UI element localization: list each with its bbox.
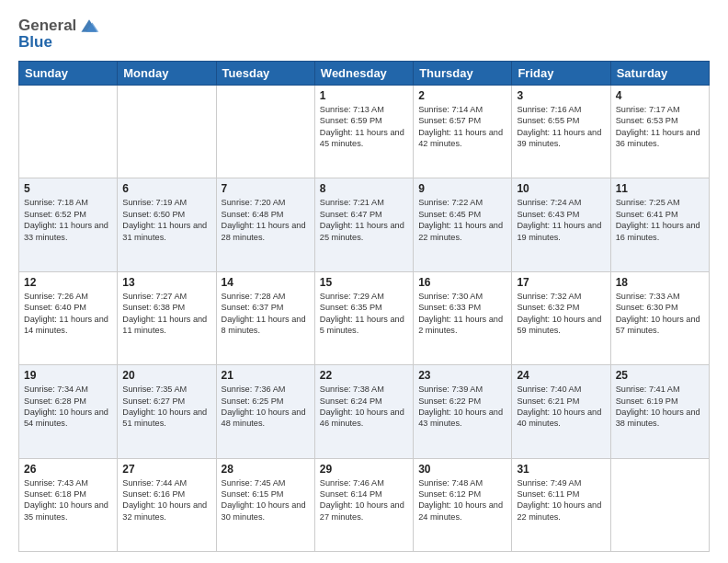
day-number: 3	[517, 89, 605, 102]
day-header-saturday: Saturday	[610, 62, 709, 86]
day-info: Sunrise: 7:41 AM Sunset: 6:19 PM Dayligh…	[616, 384, 704, 430]
day-header-thursday: Thursday	[414, 62, 512, 86]
day-info: Sunrise: 7:49 AM Sunset: 6:11 PM Dayligh…	[517, 477, 605, 523]
calendar-cell: 23Sunrise: 7:39 AM Sunset: 6:22 PM Dayli…	[414, 365, 512, 458]
day-info: Sunrise: 7:28 AM Sunset: 6:37 PM Dayligh…	[222, 291, 310, 337]
calendar-table: SundayMondayTuesdayWednesdayThursdayFrid…	[18, 61, 710, 552]
day-info: Sunrise: 7:29 AM Sunset: 6:35 PM Dayligh…	[320, 291, 408, 337]
calendar-cell: 6Sunrise: 7:19 AM Sunset: 6:50 PM Daylig…	[118, 178, 216, 271]
day-number: 22	[320, 369, 408, 382]
day-info: Sunrise: 7:35 AM Sunset: 6:27 PM Dayligh…	[122, 384, 210, 430]
calendar-cell: 12Sunrise: 7:26 AM Sunset: 6:40 PM Dayli…	[19, 271, 118, 364]
calendar-cell: 27Sunrise: 7:44 AM Sunset: 6:16 PM Dayli…	[118, 458, 216, 551]
day-info: Sunrise: 7:21 AM Sunset: 6:47 PM Dayligh…	[320, 197, 408, 243]
day-number: 8	[320, 182, 408, 195]
logo-icon	[78, 15, 100, 37]
day-number: 14	[222, 276, 310, 289]
calendar-cell: 18Sunrise: 7:33 AM Sunset: 6:30 PM Dayli…	[610, 271, 709, 364]
day-info: Sunrise: 7:48 AM Sunset: 6:12 PM Dayligh…	[418, 477, 506, 523]
calendar-cell: 5Sunrise: 7:18 AM Sunset: 6:52 PM Daylig…	[19, 178, 118, 271]
calendar-cell: 26Sunrise: 7:43 AM Sunset: 6:18 PM Dayli…	[19, 458, 118, 551]
day-header-friday: Friday	[512, 62, 610, 86]
day-header-monday: Monday	[118, 62, 216, 86]
day-info: Sunrise: 7:13 AM Sunset: 6:59 PM Dayligh…	[320, 104, 408, 150]
day-header-sunday: Sunday	[19, 62, 118, 86]
calendar-week-3: 12Sunrise: 7:26 AM Sunset: 6:40 PM Dayli…	[19, 271, 710, 364]
day-info: Sunrise: 7:38 AM Sunset: 6:24 PM Dayligh…	[320, 384, 408, 430]
day-number: 13	[122, 276, 210, 289]
calendar-cell: 22Sunrise: 7:38 AM Sunset: 6:24 PM Dayli…	[314, 365, 413, 458]
day-number: 1	[320, 89, 408, 102]
day-info: Sunrise: 7:24 AM Sunset: 6:43 PM Dayligh…	[517, 197, 605, 243]
calendar-cell: 11Sunrise: 7:25 AM Sunset: 6:41 PM Dayli…	[610, 178, 709, 271]
day-number: 17	[517, 276, 605, 289]
day-number: 28	[222, 463, 310, 476]
calendar-cell: 9Sunrise: 7:22 AM Sunset: 6:45 PM Daylig…	[414, 178, 512, 271]
calendar-cell	[610, 458, 709, 551]
calendar-cell: 15Sunrise: 7:29 AM Sunset: 6:35 PM Dayli…	[314, 271, 413, 364]
calendar-cell: 20Sunrise: 7:35 AM Sunset: 6:27 PM Dayli…	[118, 365, 216, 458]
day-info: Sunrise: 7:45 AM Sunset: 6:15 PM Dayligh…	[222, 477, 310, 523]
calendar-cell: 24Sunrise: 7:40 AM Sunset: 6:21 PM Dayli…	[512, 365, 610, 458]
day-number: 31	[517, 463, 605, 476]
day-number: 5	[24, 182, 112, 195]
calendar-cell: 14Sunrise: 7:28 AM Sunset: 6:37 PM Dayli…	[216, 271, 314, 364]
day-number: 4	[616, 89, 704, 102]
calendar-cell: 13Sunrise: 7:27 AM Sunset: 6:38 PM Dayli…	[118, 271, 216, 364]
day-header-tuesday: Tuesday	[216, 62, 314, 86]
day-number: 19	[24, 369, 112, 382]
calendar-cell: 17Sunrise: 7:32 AM Sunset: 6:32 PM Dayli…	[512, 271, 610, 364]
day-number: 7	[222, 182, 310, 195]
page: General Blue SundayMondayTuesdayWednesda…	[0, 0, 728, 563]
calendar-cell: 3Sunrise: 7:16 AM Sunset: 6:55 PM Daylig…	[512, 86, 610, 178]
day-info: Sunrise: 7:46 AM Sunset: 6:14 PM Dayligh…	[320, 477, 408, 523]
day-number: 6	[122, 182, 210, 195]
day-info: Sunrise: 7:20 AM Sunset: 6:48 PM Dayligh…	[222, 197, 310, 243]
day-number: 18	[616, 276, 704, 289]
calendar-week-5: 26Sunrise: 7:43 AM Sunset: 6:18 PM Dayli…	[19, 458, 710, 551]
day-info: Sunrise: 7:33 AM Sunset: 6:30 PM Dayligh…	[616, 291, 704, 337]
calendar-header-row: SundayMondayTuesdayWednesdayThursdayFrid…	[19, 62, 710, 86]
calendar-cell: 10Sunrise: 7:24 AM Sunset: 6:43 PM Dayli…	[512, 178, 610, 271]
calendar-week-1: 1Sunrise: 7:13 AM Sunset: 6:59 PM Daylig…	[19, 86, 710, 178]
day-info: Sunrise: 7:44 AM Sunset: 6:16 PM Dayligh…	[122, 477, 210, 523]
calendar-cell: 29Sunrise: 7:46 AM Sunset: 6:14 PM Dayli…	[314, 458, 413, 551]
day-number: 30	[418, 463, 506, 476]
calendar-cell: 21Sunrise: 7:36 AM Sunset: 6:25 PM Dayli…	[216, 365, 314, 458]
day-info: Sunrise: 7:22 AM Sunset: 6:45 PM Dayligh…	[418, 197, 506, 243]
day-number: 20	[122, 369, 210, 382]
day-info: Sunrise: 7:36 AM Sunset: 6:25 PM Dayligh…	[222, 384, 310, 430]
day-info: Sunrise: 7:17 AM Sunset: 6:53 PM Dayligh…	[616, 104, 704, 150]
day-number: 9	[418, 182, 506, 195]
day-number: 21	[222, 369, 310, 382]
day-info: Sunrise: 7:30 AM Sunset: 6:33 PM Dayligh…	[418, 291, 506, 337]
day-info: Sunrise: 7:39 AM Sunset: 6:22 PM Dayligh…	[418, 384, 506, 430]
day-info: Sunrise: 7:27 AM Sunset: 6:38 PM Dayligh…	[122, 291, 210, 337]
calendar-cell: 8Sunrise: 7:21 AM Sunset: 6:47 PM Daylig…	[314, 178, 413, 271]
calendar-cell: 19Sunrise: 7:34 AM Sunset: 6:28 PM Dayli…	[19, 365, 118, 458]
calendar-cell: 16Sunrise: 7:30 AM Sunset: 6:33 PM Dayli…	[414, 271, 512, 364]
day-info: Sunrise: 7:34 AM Sunset: 6:28 PM Dayligh…	[24, 384, 112, 430]
day-info: Sunrise: 7:16 AM Sunset: 6:55 PM Dayligh…	[517, 104, 605, 150]
calendar-cell: 30Sunrise: 7:48 AM Sunset: 6:12 PM Dayli…	[414, 458, 512, 551]
day-number: 15	[320, 276, 408, 289]
day-number: 26	[24, 463, 112, 476]
day-number: 16	[418, 276, 506, 289]
day-info: Sunrise: 7:40 AM Sunset: 6:21 PM Dayligh…	[517, 384, 605, 430]
day-number: 12	[24, 276, 112, 289]
calendar-cell	[118, 86, 216, 178]
calendar-cell: 25Sunrise: 7:41 AM Sunset: 6:19 PM Dayli…	[610, 365, 709, 458]
day-number: 29	[320, 463, 408, 476]
day-number: 27	[122, 463, 210, 476]
day-info: Sunrise: 7:18 AM Sunset: 6:52 PM Dayligh…	[24, 197, 112, 243]
calendar-cell: 7Sunrise: 7:20 AM Sunset: 6:48 PM Daylig…	[216, 178, 314, 271]
day-number: 10	[517, 182, 605, 195]
calendar-week-2: 5Sunrise: 7:18 AM Sunset: 6:52 PM Daylig…	[19, 178, 710, 271]
day-number: 2	[418, 89, 506, 102]
day-info: Sunrise: 7:26 AM Sunset: 6:40 PM Dayligh…	[24, 291, 112, 337]
calendar-cell: 1Sunrise: 7:13 AM Sunset: 6:59 PM Daylig…	[314, 86, 413, 178]
day-number: 24	[517, 369, 605, 382]
calendar-cell: 2Sunrise: 7:14 AM Sunset: 6:57 PM Daylig…	[414, 86, 512, 178]
calendar-week-4: 19Sunrise: 7:34 AM Sunset: 6:28 PM Dayli…	[19, 365, 710, 458]
day-info: Sunrise: 7:43 AM Sunset: 6:18 PM Dayligh…	[24, 477, 112, 523]
